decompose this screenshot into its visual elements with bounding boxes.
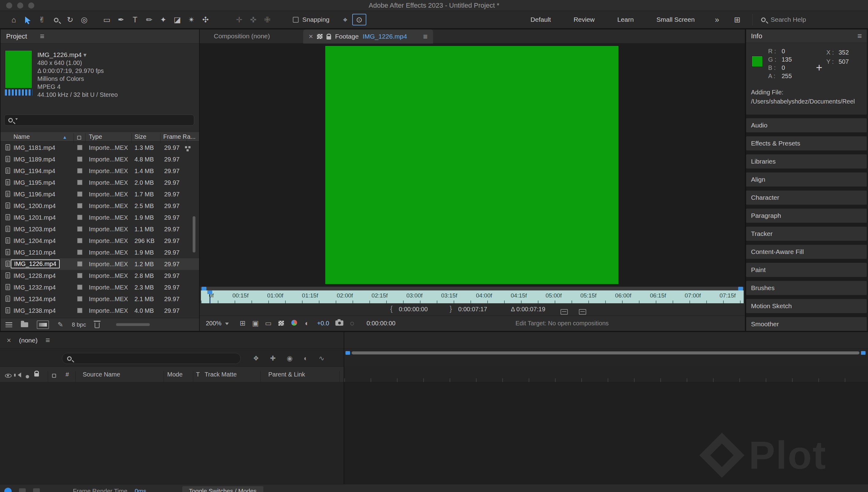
solo-icon[interactable]: [26, 373, 29, 380]
roto-brush-tool-button[interactable]: ✴: [184, 13, 199, 26]
close-tab-icon[interactable]: ×: [7, 336, 11, 345]
draft-3d-icon[interactable]: ✚: [270, 354, 276, 363]
panel-menu-icon[interactable]: ≡: [40, 32, 44, 41]
current-time-display[interactable]: 0:00:00:00: [366, 320, 396, 327]
column-header-size[interactable]: Size: [134, 133, 146, 140]
file-name[interactable]: IMG_1181.mp4: [14, 144, 55, 151]
minimize-window-button[interactable]: [17, 2, 23, 8]
file-name[interactable]: IMG_1200.mp4: [14, 202, 56, 210]
project-file-row[interactable]: IMG_1210.mp4 Importe...MEX 1.9 MB 29.97: [1, 247, 199, 258]
file-name[interactable]: IMG_1228.mp4: [14, 272, 56, 279]
file-name[interactable]: IMG_1234.mp4: [14, 296, 56, 303]
tab-composition[interactable]: Composition (none): [214, 32, 270, 40]
label-color-swatch[interactable]: [77, 192, 82, 197]
snapping-checkbox[interactable]: [293, 17, 299, 23]
panel-menu-icon[interactable]: ≡: [46, 336, 50, 345]
close-tab-icon[interactable]: ×: [309, 32, 313, 41]
horizontal-scrollbar-thumb[interactable]: [116, 323, 150, 326]
rectangle-tool-button[interactable]: ▭: [100, 13, 114, 26]
project-file-row[interactable]: IMG_1226.mp4 Importe...MEX 1.2 MB 29.97: [1, 258, 199, 270]
project-file-row[interactable]: IMG_1195.mp4 Importe...MEX 2.0 MB 29.97: [1, 177, 199, 189]
panel-menu-icon[interactable]: ≡: [423, 32, 428, 41]
collapsed-panel-header[interactable]: Paint: [746, 263, 867, 277]
zoom-select[interactable]: 200%: [206, 320, 229, 327]
label-color-swatch[interactable]: [77, 308, 82, 313]
work-area-bar[interactable]: [201, 287, 744, 290]
label-color-swatch[interactable]: [77, 156, 82, 162]
trash-icon[interactable]: [95, 323, 100, 328]
workspace-overflow-chevrons[interactable]: »: [715, 15, 719, 24]
tab-timeline-none[interactable]: (none): [19, 337, 38, 344]
audio-icon[interactable]: [15, 372, 21, 379]
tab-project[interactable]: Project: [6, 32, 27, 41]
show-channel-button[interactable]: [288, 319, 301, 327]
selected-footage-name[interactable]: IMG_1226.mp4: [37, 51, 82, 58]
sort-ascending-icon[interactable]: ▲: [62, 134, 67, 140]
transparency-grid-button[interactable]: [275, 319, 288, 327]
project-scrollbar-thumb[interactable]: [193, 216, 196, 252]
project-file-row[interactable]: IMG_1189.mp4 Importe...MEX 4.8 MB 29.97: [1, 153, 199, 165]
axis-mode-world-button[interactable]: ✜: [246, 13, 260, 26]
tab-info[interactable]: Info: [751, 32, 762, 40]
project-file-row[interactable]: IMG_1201.mp4 Importe...MEX 1.9 MB 29.97: [1, 212, 199, 223]
renderer-icon[interactable]: [19, 488, 26, 492]
collapsed-panel-header[interactable]: Brushes: [746, 281, 867, 295]
exposure-reset-button[interactable]: ◐: [301, 319, 313, 327]
tab-footage[interactable]: × Footage IMG_1226.mp4 ≡: [303, 29, 433, 44]
bpc-label[interactable]: 8 bpc: [72, 321, 86, 328]
project-color-depth-button[interactable]: [37, 320, 49, 329]
layer-list-area[interactable]: [0, 382, 343, 492]
lock-column-icon[interactable]: [34, 370, 39, 378]
scroll-handle-left[interactable]: [346, 351, 350, 355]
brush-tool-button[interactable]: ✏: [142, 13, 156, 26]
hand-tool-button[interactable]: ✌: [35, 13, 49, 26]
project-search-field[interactable]: [4, 115, 194, 126]
grid-guides-button[interactable]: ⊞: [236, 319, 249, 327]
column-header-track-matte[interactable]: Track Matte: [205, 371, 237, 378]
performance-icon[interactable]: [33, 488, 40, 492]
time-ruler[interactable]: 0f00:15f01:00f01:15f02:00f02:15f03:00f03…: [201, 290, 744, 303]
close-window-button[interactable]: [6, 2, 12, 8]
frame-blending-icon[interactable]: ◉: [287, 354, 292, 363]
file-name[interactable]: IMG_1194.mp4: [14, 168, 55, 175]
label-color-swatch[interactable]: [77, 296, 82, 301]
eraser-tool-button[interactable]: ◪: [170, 13, 184, 26]
snap-features-button[interactable]: ⊙: [352, 14, 366, 25]
puppet-pin-tool-button[interactable]: ✣: [199, 13, 212, 26]
composition-mini-flow-toggle[interactable]: [4, 488, 11, 492]
label-color-swatch[interactable]: [77, 226, 82, 231]
project-file-row[interactable]: IMG_1194.mp4 Importe...MEX 1.4 MB 29.97: [1, 165, 199, 177]
collapsed-panel-header[interactable]: Audio: [746, 118, 867, 132]
selection-tool-button[interactable]: [21, 13, 35, 26]
file-name[interactable]: IMG_1196.mp4: [14, 191, 55, 198]
column-header-source-name[interactable]: Source Name: [83, 371, 120, 378]
project-file-row[interactable]: IMG_1200.mp4 Importe...MEX 2.5 MB 29.97: [1, 200, 199, 212]
interpret-footage-icon[interactable]: [5, 322, 12, 327]
motion-blur-icon[interactable]: ◐: [304, 354, 307, 363]
project-file-row[interactable]: IMG_1204.mp4 Importe...MEX 296 KB 29.97: [1, 235, 199, 247]
type-tool-button[interactable]: T: [128, 13, 142, 26]
graph-editor-icon[interactable]: ∿: [319, 354, 324, 363]
collapsed-panel-header[interactable]: Libraries: [746, 154, 867, 169]
workspace-tab[interactable]: Default: [531, 16, 551, 23]
scroll-handle-right[interactable]: [861, 351, 866, 355]
rotation-tool-button[interactable]: ↻: [63, 13, 77, 26]
file-name[interactable]: IMG_1226.mp4: [11, 260, 60, 268]
collapsed-panel-header[interactable]: Tracker: [746, 227, 867, 241]
workspace-tab[interactable]: Small Screen: [656, 16, 695, 23]
label-color-swatch[interactable]: [77, 203, 82, 208]
axis-mode-view-button[interactable]: ✙: [260, 13, 275, 26]
toggle-switches-modes-button[interactable]: Toggle Switches / Modes: [182, 486, 264, 492]
collapsed-panel-header[interactable]: Character: [746, 191, 867, 205]
file-name[interactable]: IMG_1210.mp4: [14, 249, 56, 256]
label-color-swatch[interactable]: [77, 261, 82, 267]
column-header-framerate[interactable]: Frame Ra...: [163, 133, 196, 140]
duration-time[interactable]: Δ 0:00:07:19: [511, 306, 545, 313]
label-color-swatch[interactable]: [77, 285, 82, 290]
axis-mode-local-button[interactable]: ✛: [232, 13, 246, 26]
column-header-t[interactable]: T: [196, 371, 200, 378]
clone-stamp-tool-button[interactable]: ✦: [156, 13, 170, 26]
show-snapshot-button[interactable]: ◌: [346, 319, 359, 327]
maximize-window-button[interactable]: [28, 2, 34, 8]
help-search-field[interactable]: Search Help: [752, 14, 860, 25]
